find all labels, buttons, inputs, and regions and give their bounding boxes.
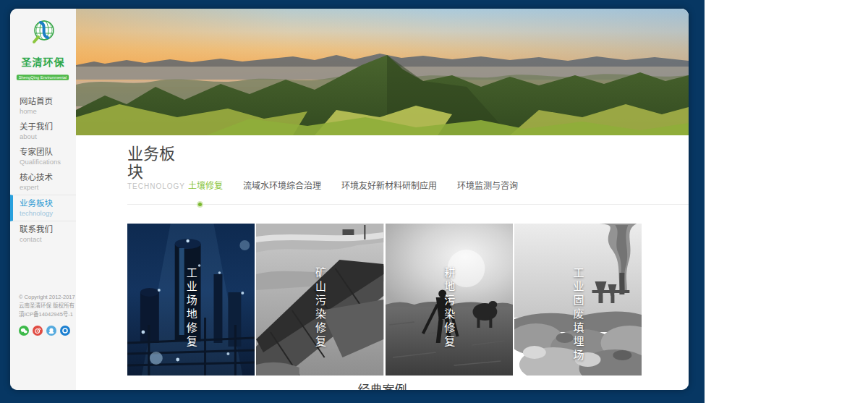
nav-label: 业务板块 bbox=[20, 198, 76, 209]
nav-sublabel: contact bbox=[20, 235, 76, 244]
card-caption: 工业场地修复 bbox=[184, 267, 199, 349]
company-logo[interactable]: 圣清环保 ShengQing Environmental bbox=[10, 9, 76, 82]
sidebar: 圣清环保 ShengQing Environmental 网站首页 home 关… bbox=[10, 9, 76, 390]
tab-monitoring-consulting[interactable]: 环境监测与咨询 bbox=[457, 179, 518, 191]
icp-number: 滇ICP备14042945号-1 bbox=[19, 310, 76, 319]
logo-subtitle: ShengQing Environmental bbox=[17, 75, 69, 80]
tab-divider bbox=[127, 204, 689, 205]
nav-label: 关于我们 bbox=[20, 122, 76, 132]
qq-icon[interactable] bbox=[46, 326, 56, 336]
card-farmland-remediation[interactable]: 耕地污染修复 bbox=[386, 224, 513, 376]
nav-sublabel: home bbox=[20, 107, 76, 116]
sidebar-item-technology[interactable]: 业务板块 technology bbox=[10, 195, 76, 221]
sidebar-item-contact[interactable]: 联系我们 contact bbox=[10, 221, 76, 247]
sidebar-footer: © Copyright 2012-2017 云南圣清环保 版权所有 滇ICP备1… bbox=[10, 293, 76, 336]
social-links bbox=[19, 326, 76, 336]
site-card: 圣清环保 ShengQing Environmental 网站首页 home 关… bbox=[10, 9, 689, 390]
page-title: 业务板块 bbox=[127, 145, 188, 181]
card-caption: 矿山污染修复 bbox=[312, 267, 328, 349]
tab-eco-materials[interactable]: 环境友好新材料研制应用 bbox=[341, 179, 437, 191]
sidebar-item-about[interactable]: 关于我们 about bbox=[10, 119, 76, 144]
nav-sublabel: about bbox=[20, 132, 76, 141]
tab-soil-remediation[interactable]: 土壤修复 bbox=[188, 179, 223, 191]
wechat-icon[interactable] bbox=[19, 326, 29, 336]
logo-title: 圣清环保 bbox=[10, 54, 76, 69]
sidebar-item-home[interactable]: 网站首页 home bbox=[10, 93, 76, 119]
next-section-title: 经典案例 bbox=[76, 380, 689, 390]
tab-watershed-treatment[interactable]: 流域水环境综合治理 bbox=[243, 179, 321, 191]
globe-magnifier-icon bbox=[27, 18, 59, 48]
card-caption: 工业固废填埋场 bbox=[570, 267, 585, 363]
card-caption: 耕地污染修复 bbox=[441, 267, 456, 349]
page-subtitle: TECHNOLOGY bbox=[127, 181, 188, 192]
card-industrial-site[interactable]: 工业场地修复 bbox=[127, 224, 255, 376]
business-cards: 工业场地修复 bbox=[127, 224, 642, 376]
nav-sublabel: technology bbox=[20, 209, 76, 218]
card-landfill[interactable]: 工业固废填埋场 bbox=[514, 224, 642, 376]
card-mine-remediation[interactable]: 矿山污染修复 bbox=[256, 224, 383, 376]
nav-label: 网站首页 bbox=[20, 96, 76, 107]
copyright-line1: © Copyright 2012-2017 bbox=[19, 293, 76, 302]
weibo-icon[interactable] bbox=[33, 326, 43, 336]
section-title-block: 业务板块 TECHNOLOGY bbox=[127, 145, 188, 192]
section-header: 业务板块 TECHNOLOGY 土壤修复 流域水环境综合治理 环境友好新材料研制… bbox=[76, 135, 689, 192]
nav-sublabel: Qualifications bbox=[20, 158, 76, 166]
nav-sublabel: expert bbox=[20, 183, 76, 192]
sidebar-item-core-tech[interactable]: 核心技术 expert bbox=[10, 169, 76, 195]
nav-label: 专家团队 bbox=[20, 147, 76, 158]
copyright-line2: 云南圣清环保 版权所有 bbox=[19, 302, 76, 310]
nav-label: 联系我们 bbox=[20, 224, 76, 235]
main-content: 业务板块 TECHNOLOGY 土壤修复 流域水环境综合治理 环境友好新材料研制… bbox=[76, 9, 689, 390]
hero-mountain-banner bbox=[76, 9, 689, 135]
technology-tabs: 土壤修复 流域水环境综合治理 环境友好新材料研制应用 环境监测与咨询 bbox=[188, 179, 518, 192]
qzone-icon[interactable] bbox=[60, 326, 70, 336]
sidebar-nav: 网站首页 home 关于我们 about 专家团队 Qualifications… bbox=[10, 93, 76, 247]
active-tab-marker-icon bbox=[197, 201, 203, 208]
nav-label: 核心技术 bbox=[20, 172, 76, 183]
sidebar-item-experts[interactable]: 专家团队 Qualifications bbox=[10, 144, 76, 169]
